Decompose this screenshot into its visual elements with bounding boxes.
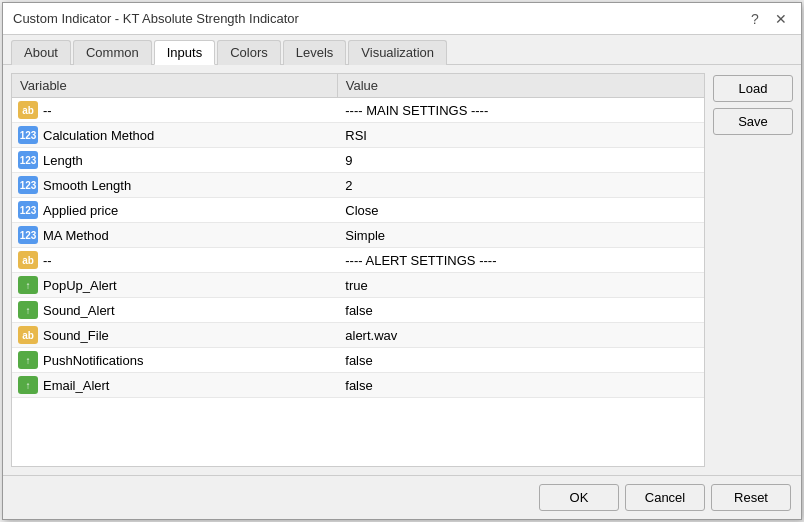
type-badge: ab — [18, 251, 38, 269]
table-row[interactable]: ↑ Sound_Alert false — [12, 298, 704, 323]
value-cell: false — [337, 298, 704, 323]
tab-levels[interactable]: Levels — [283, 40, 347, 65]
variable-cell: ab Sound_File — [12, 323, 337, 347]
variable-name: PopUp_Alert — [43, 278, 117, 293]
variable-name: Sound_Alert — [43, 303, 115, 318]
tab-common[interactable]: Common — [73, 40, 152, 65]
tab-colors[interactable]: Colors — [217, 40, 281, 65]
load-button[interactable]: Load — [713, 75, 793, 102]
inputs-table-container: Variable Value ab -- ---- MAIN SETTINGS … — [11, 73, 705, 467]
table-row[interactable]: ab -- ---- ALERT SETTINGS ---- — [12, 248, 704, 273]
tab-inputs[interactable]: Inputs — [154, 40, 215, 65]
type-badge: 123 — [18, 151, 38, 169]
save-button[interactable]: Save — [713, 108, 793, 135]
side-buttons: Load Save — [713, 73, 793, 467]
dialog-title: Custom Indicator - KT Absolute Strength … — [13, 11, 299, 26]
content-area: Variable Value ab -- ---- MAIN SETTINGS … — [3, 65, 801, 475]
col-variable: Variable — [12, 74, 337, 98]
tab-about[interactable]: About — [11, 40, 71, 65]
value-cell: false — [337, 373, 704, 398]
variable-cell: 123 Smooth Length — [12, 173, 337, 197]
variable-cell: ab -- — [12, 248, 337, 272]
table-row[interactable]: 123 MA Method Simple — [12, 223, 704, 248]
variable-name: -- — [43, 253, 52, 268]
type-badge: 123 — [18, 126, 38, 144]
type-badge: ↑ — [18, 301, 38, 319]
type-badge: ↑ — [18, 351, 38, 369]
value-cell: false — [337, 348, 704, 373]
value-cell: 2 — [337, 173, 704, 198]
ok-button[interactable]: OK — [539, 484, 619, 511]
type-badge: 123 — [18, 201, 38, 219]
type-badge: 123 — [18, 226, 38, 244]
variable-cell: 123 Applied price — [12, 198, 337, 222]
type-badge: ↑ — [18, 276, 38, 294]
variable-name: Smooth Length — [43, 178, 131, 193]
variable-cell: 123 Length — [12, 148, 337, 172]
help-button[interactable]: ? — [745, 9, 765, 29]
variable-name: -- — [43, 103, 52, 118]
variable-name: Length — [43, 153, 83, 168]
table-row[interactable]: ↑ PushNotifications false — [12, 348, 704, 373]
table-row[interactable]: ↑ PopUp_Alert true — [12, 273, 704, 298]
title-bar: Custom Indicator - KT Absolute Strength … — [3, 3, 801, 35]
value-cell: ---- MAIN SETTINGS ---- — [337, 98, 704, 123]
value-cell: Close — [337, 198, 704, 223]
table-row[interactable]: 123 Length 9 — [12, 148, 704, 173]
type-badge: 123 — [18, 176, 38, 194]
value-cell: 9 — [337, 148, 704, 173]
value-cell: ---- ALERT SETTINGS ---- — [337, 248, 704, 273]
table-row[interactable]: ab -- ---- MAIN SETTINGS ---- — [12, 98, 704, 123]
variable-name: Applied price — [43, 203, 118, 218]
value-cell: RSI — [337, 123, 704, 148]
table-row[interactable]: ab Sound_File alert.wav — [12, 323, 704, 348]
close-button[interactable]: ✕ — [771, 9, 791, 29]
table-row[interactable]: 123 Applied price Close — [12, 198, 704, 223]
inputs-table: Variable Value ab -- ---- MAIN SETTINGS … — [12, 74, 704, 398]
value-cell: true — [337, 273, 704, 298]
variable-cell: 123 MA Method — [12, 223, 337, 247]
variable-cell: ↑ Sound_Alert — [12, 298, 337, 322]
variable-cell: ↑ PushNotifications — [12, 348, 337, 372]
bottom-bar: OK Cancel Reset — [3, 475, 801, 519]
variable-name: MA Method — [43, 228, 109, 243]
cancel-button[interactable]: Cancel — [625, 484, 705, 511]
reset-button[interactable]: Reset — [711, 484, 791, 511]
variable-name: Sound_File — [43, 328, 109, 343]
table-row[interactable]: 123 Calculation Method RSI — [12, 123, 704, 148]
type-badge: ab — [18, 326, 38, 344]
variable-cell: ↑ Email_Alert — [12, 373, 337, 397]
value-cell: alert.wav — [337, 323, 704, 348]
variable-cell: ab -- — [12, 98, 337, 122]
variable-name: Email_Alert — [43, 378, 109, 393]
tab-visualization[interactable]: Visualization — [348, 40, 447, 65]
type-badge: ab — [18, 101, 38, 119]
variable-cell: 123 Calculation Method — [12, 123, 337, 147]
variable-cell: ↑ PopUp_Alert — [12, 273, 337, 297]
col-value: Value — [337, 74, 704, 98]
tab-bar: AboutCommonInputsColorsLevelsVisualizati… — [3, 35, 801, 65]
variable-name: Calculation Method — [43, 128, 154, 143]
value-cell: Simple — [337, 223, 704, 248]
type-badge: ↑ — [18, 376, 38, 394]
table-row[interactable]: ↑ Email_Alert false — [12, 373, 704, 398]
table-row[interactable]: 123 Smooth Length 2 — [12, 173, 704, 198]
dialog: Custom Indicator - KT Absolute Strength … — [2, 2, 802, 520]
title-bar-controls: ? ✕ — [745, 9, 791, 29]
variable-name: PushNotifications — [43, 353, 143, 368]
